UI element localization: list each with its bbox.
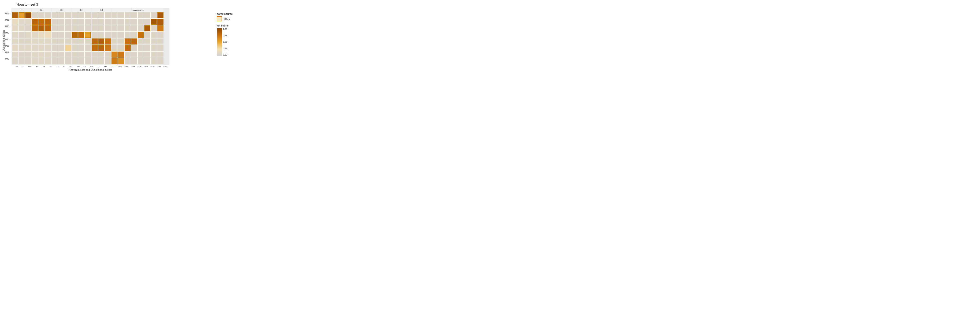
grid-cell: [72, 12, 78, 18]
grid-cell: [25, 25, 31, 32]
x-labels-row: B1B2B3B1B2B3B1B2B3B1B2B3B1B2B3U45U14U65U…: [11, 65, 169, 67]
grid-cell: [38, 45, 45, 51]
main-area: Questioned bullets U27 -U33 -U36 -U49 -U…: [2, 8, 245, 71]
grid-cell: [111, 19, 118, 25]
grid-line-h: [92, 51, 111, 51]
x-label: U45: [117, 65, 123, 67]
x-label: B2: [61, 65, 67, 67]
x-label: U56: [136, 65, 142, 67]
grid-line-h: [12, 57, 31, 58]
grid-cell: [131, 45, 137, 51]
grid-cell: [98, 25, 104, 32]
grid-cell: [125, 32, 131, 38]
grid-cell: [65, 32, 71, 38]
grid-cell: [85, 12, 91, 18]
grid-cell: [58, 12, 64, 18]
grid-cell: [158, 45, 164, 51]
x-label: U36: [150, 65, 156, 67]
facet-title-KI: KI: [72, 8, 91, 12]
facet-grid-Unknowns: [111, 12, 164, 64]
grid-line-h: [72, 25, 91, 25]
x-label-group-KF: B1B2B3: [14, 65, 33, 67]
grid-cell: [151, 45, 157, 51]
y-axis-label: Questioned bullets: [2, 13, 5, 69]
grid-cell: [125, 45, 131, 51]
grid-cell: [98, 51, 104, 57]
grid-cell: [19, 12, 25, 18]
grid-cell: [12, 12, 18, 18]
facet-Unknowns: Unknowns: [111, 8, 164, 64]
grid-cell: [111, 38, 118, 45]
grid-line-h: [52, 57, 71, 58]
grid-cell: [78, 19, 84, 25]
grid-line-v: [124, 12, 125, 64]
gradient-label: 0.50: [223, 41, 227, 43]
legend-same-source-row: TRUE: [217, 16, 245, 21]
grid-cell: [118, 58, 124, 64]
facet-KI: KI: [72, 8, 91, 64]
grid-cell: [98, 45, 104, 51]
x-label: U14: [123, 65, 129, 67]
grid-line-v: [64, 12, 65, 64]
grid-cell: [32, 12, 38, 18]
grid-cell: [118, 19, 124, 25]
grid-cell: [158, 25, 164, 32]
grid-cell: [158, 12, 164, 18]
grid-cell: [12, 45, 18, 51]
grid-line-h: [72, 32, 91, 32]
grid-line-v: [84, 12, 85, 64]
grid-cell: [138, 25, 144, 32]
grid-cell: [72, 58, 78, 64]
chart-title: Houston set 3: [16, 2, 245, 6]
x-label: B1: [96, 65, 102, 67]
grid-line-h: [32, 57, 51, 58]
facet-KH: KH: [52, 8, 71, 64]
grid-cell: [58, 25, 64, 32]
grid-cell: [78, 51, 84, 57]
grid-cell: [111, 58, 118, 64]
grid-cell: [105, 38, 111, 45]
facet-title-Unknowns: Unknowns: [111, 8, 164, 12]
grid-cell: [38, 12, 45, 18]
grid-line-v: [157, 12, 158, 64]
x-label: B1: [76, 65, 82, 67]
grid-cell: [58, 19, 64, 25]
grid-cell: [105, 32, 111, 38]
legend-same-source-label: TRUE: [224, 18, 230, 20]
legend-same-source: same source TRUE: [217, 13, 245, 21]
grid-cell: [144, 32, 150, 38]
grid-cell: [138, 45, 144, 51]
grid-cell: [45, 38, 51, 45]
grid-cell: [144, 51, 150, 57]
grid-cell: [151, 58, 157, 64]
grid-line-h: [52, 38, 71, 38]
grid-cell: [85, 19, 91, 25]
grid-cell: [25, 51, 31, 57]
grid-cell: [32, 45, 38, 51]
grid-line-h: [12, 45, 31, 45]
grid-cell: [158, 51, 164, 57]
facet-grid-KF: [12, 12, 31, 64]
x-axis-title: Known bullets and Questioned bullets: [11, 69, 169, 71]
grid-cell: [32, 38, 38, 45]
grid-cell: [19, 38, 25, 45]
grid-cell: [105, 51, 111, 57]
y-tick-U36: U36 -: [5, 23, 11, 30]
grid-cell: [131, 51, 137, 57]
grid-cell: [58, 38, 64, 45]
grid-cell: [158, 58, 164, 64]
grid-cell: [131, 38, 137, 45]
grid-cell: [45, 12, 51, 18]
grid-cell: [25, 45, 31, 51]
legend-gradient: [217, 28, 222, 56]
gradient-label: 0.75: [223, 35, 227, 37]
grid-cell: [52, 38, 58, 45]
grid-line-h: [72, 18, 91, 19]
grid-cell: [118, 12, 124, 18]
grid-line-v: [104, 12, 105, 64]
grid-cell: [72, 19, 78, 25]
grid-cell: [98, 12, 104, 18]
grid-cell: [72, 25, 78, 32]
grid-cell: [111, 12, 118, 18]
grid-cell: [12, 51, 18, 57]
